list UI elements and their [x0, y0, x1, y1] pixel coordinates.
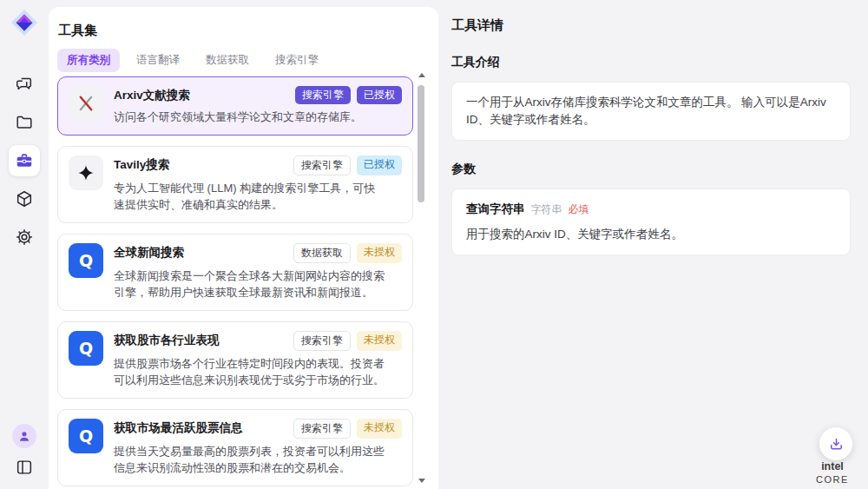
- core-word: core: [816, 474, 849, 485]
- scroll-up-arrow-icon[interactable]: [418, 73, 425, 77]
- tab-0[interactable]: 所有类别: [57, 49, 120, 72]
- param-header: 查询字符串字符串必填: [466, 201, 836, 218]
- param-name: 查询字符串: [466, 202, 525, 215]
- tool-description: 专为人工智能代理 (LLM) 构建的搜索引擎工具，可快速提供实时、准确和真实的结…: [114, 180, 386, 213]
- param-description: 用于搜索的Arxiv ID、关键字或作者姓名。: [466, 226, 836, 243]
- intel-core-logo: intel core ULTRA: [805, 459, 860, 489]
- tool-category-badge: 搜索引擎: [293, 331, 351, 351]
- param-card: 查询字符串字符串必填 用于搜索的Arxiv ID、关键字或作者姓名。: [451, 188, 851, 255]
- sidebar-nav: [9, 69, 40, 253]
- tool-title: 获取股市各行业表现: [114, 331, 220, 348]
- tool-category-badge: 数据获取: [293, 243, 351, 263]
- tool-detail-panel: 工具详情 工具介绍 一个用于从Arxiv存储库搜索科学论文和文章的工具。 输入可…: [438, 0, 868, 489]
- intro-text: 一个用于从Arxiv存储库搜索科学论文和文章的工具。 输入可以是Arxiv ID…: [466, 96, 826, 126]
- tool-list: Arxiv文献搜索 搜索引擎 已授权 访问各个研究领域大量科学论文和文章的存储库…: [57, 76, 413, 489]
- tool-status-badge: 已授权: [357, 155, 402, 175]
- tool-badges: 数据获取 未授权: [293, 243, 402, 263]
- tool-description: 提供当天交易量最高的股票列表，投资者可以利用这些信息来识别流动性强的股票和潜在的…: [114, 443, 386, 476]
- intro-card: 一个用于从Arxiv存储库搜索科学论文和文章的工具。 输入可以是Arxiv ID…: [451, 82, 851, 141]
- app-logo: [10, 8, 39, 37]
- user-avatar-icon: [16, 428, 32, 444]
- tool-title: Tavily搜索: [114, 155, 169, 173]
- tavily-icon: [69, 155, 103, 190]
- sidebar-bottom: [9, 424, 40, 480]
- sidebar-item-panel-icon[interactable]: [9, 454, 40, 480]
- tab-1[interactable]: 语言翻译: [127, 49, 189, 72]
- download-icon: [828, 436, 845, 453]
- tool-title: Arxiv文献搜索: [114, 86, 190, 103]
- sidebar-item-cube-icon[interactable]: [9, 183, 40, 215]
- category-tabs: 所有类别语言翻译数据获取搜索引擎: [57, 49, 328, 72]
- tab-2[interactable]: 数据获取: [196, 49, 259, 72]
- q-icon: Q: [69, 419, 103, 453]
- folder-icon: [15, 113, 34, 132]
- tool-category-badge: 搜索引擎: [293, 155, 351, 175]
- tool-badges: 搜索引擎 未授权: [293, 419, 402, 439]
- param-required-badge: 必填: [569, 203, 589, 215]
- sidebar-item-toolbox-icon[interactable]: [9, 145, 40, 176]
- scrollbar-thumb[interactable]: [418, 85, 424, 202]
- user-avatar-button[interactable]: [12, 424, 36, 448]
- intro-heading: 工具介绍: [451, 55, 851, 70]
- tool-description: 提供股票市场各个行业在特定时间段内的表现。投资者可以利用这些信息来识别表现优于或…: [114, 355, 386, 388]
- tool-badges: 搜索引擎 已授权: [293, 155, 402, 175]
- chat-icon: [15, 75, 34, 94]
- toolbox-icon: [15, 151, 34, 170]
- tools-panel: 工具集 所有类别语言翻译数据获取搜索引擎 Arxiv文献搜索 搜索引擎 已授权 …: [49, 7, 438, 489]
- q-icon: Q: [69, 331, 103, 366]
- tool-card[interactable]: Tavily搜索 搜索引擎 已授权 专为人工智能代理 (LLM) 构建的搜索引擎…: [57, 146, 413, 223]
- detail-title: 工具详情: [451, 17, 851, 34]
- sidebar: [0, 0, 49, 489]
- scroll-down-arrow-icon[interactable]: [418, 479, 425, 483]
- tool-status-badge: 已授权: [357, 86, 402, 104]
- arxiv-icon: [69, 86, 103, 121]
- tab-3[interactable]: 搜索引擎: [266, 49, 328, 72]
- tool-status-badge: 未授权: [357, 243, 402, 263]
- intel-wordmark: intel: [821, 460, 844, 472]
- tool-card[interactable]: Q 全球新闻搜索 数据获取 未授权 全球新闻搜索是一个聚合全球各大新闻网站内容的…: [57, 234, 413, 311]
- tool-status-badge: 未授权: [357, 331, 402, 351]
- tool-title: 获取市场最活跃股票信息: [114, 419, 243, 436]
- tool-card[interactable]: Arxiv文献搜索 搜索引擎 已授权 访问各个研究领域大量科学论文和文章的存储库…: [57, 76, 413, 135]
- gear-icon: [15, 228, 34, 247]
- cube-icon: [15, 189, 34, 208]
- tool-badges: 搜索引擎 已授权: [295, 86, 402, 104]
- tool-status-badge: 未授权: [357, 419, 402, 439]
- q-icon: Q: [69, 243, 103, 278]
- page-title: 工具集: [58, 23, 97, 39]
- params-heading: 参数: [451, 162, 851, 177]
- tool-category-badge: 搜索引擎: [295, 86, 351, 104]
- sidebar-item-folder-icon[interactable]: [9, 107, 40, 138]
- tool-card[interactable]: Q 获取股市各行业表现 搜索引擎 未授权 提供股票市场各个行业在特定时间段内的表…: [57, 321, 413, 399]
- tool-badges: 搜索引擎 未授权: [293, 331, 402, 351]
- sidebar-item-chat-icon[interactable]: [9, 69, 40, 100]
- panel-icon: [15, 458, 34, 477]
- sidebar-item-gear-icon[interactable]: [9, 221, 40, 253]
- scrollbar[interactable]: [418, 71, 425, 485]
- tool-card[interactable]: Q 获取市场最活跃股票信息 搜索引擎 未授权 提供当天交易量最高的股票列表，投资…: [57, 409, 413, 486]
- param-type: 字符串: [531, 203, 562, 215]
- tool-description: 全球新闻搜索是一个聚合全球各大新闻网站内容的搜索引擎，帮助用户快速获取全球最新资…: [114, 268, 386, 301]
- download-button[interactable]: [819, 427, 852, 460]
- tool-description: 访问各个研究领域大量科学论文和文章的存储库。: [114, 109, 386, 125]
- tool-title: 全球新闻搜索: [114, 243, 184, 261]
- tool-category-badge: 搜索引擎: [293, 419, 351, 439]
